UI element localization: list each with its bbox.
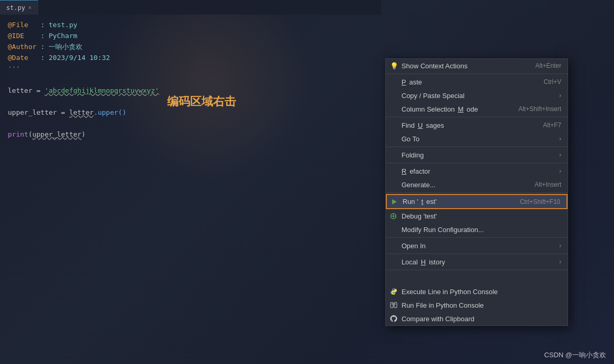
code-line-3: @Author : 一响小贪欢 <box>8 42 381 53</box>
menu-item-run-file[interactable]: Execute Line in Python Console <box>386 285 568 298</box>
separator-1 <box>386 74 568 74</box>
code-line-5: ''' <box>8 64 381 75</box>
menu-item-find-usages[interactable]: Find Usages Alt+F7 <box>386 118 568 132</box>
submenu-arrow: › <box>559 242 561 249</box>
menu-item-paste[interactable]: Paste Ctrl+V <box>386 75 568 89</box>
svg-marker-0 <box>392 199 397 204</box>
meta-key: @File <box>8 20 28 31</box>
file-tab[interactable]: st.py × <box>0 0 38 15</box>
code-line-10 <box>8 118 381 129</box>
code-line-4: @Date : 2023/9/14 10:32 <box>8 53 381 64</box>
separator-4 <box>386 163 568 163</box>
menu-item-show-context-actions[interactable]: 💡 Show Context Actions Alt+Enter <box>386 59 568 72</box>
github-icon <box>390 315 397 322</box>
context-menu: 💡 Show Context Actions Alt+Enter Paste C… <box>385 58 568 326</box>
separator-6 <box>386 237 568 238</box>
submenu-arrow: › <box>559 167 561 175</box>
menu-item-refactor[interactable]: Refactor › <box>386 164 568 178</box>
separator-7 <box>386 253 568 254</box>
meta-key: @Author <box>8 42 37 53</box>
menu-item-execute-line[interactable] <box>386 271 568 285</box>
submenu-arrow: › <box>559 135 561 142</box>
menu-item-go-to[interactable]: Go To › <box>386 132 568 145</box>
menu-item-folding[interactable]: Folding › <box>386 148 568 162</box>
python-icon <box>390 288 397 295</box>
run-icon <box>391 199 397 205</box>
annotation-label: 编码区域右击 <box>167 94 236 110</box>
meta-key: @IDE <box>8 31 24 42</box>
lightbulb-icon: 💡 <box>390 62 398 70</box>
separator-5 <box>386 192 568 193</box>
code-line-11: print(upper_letter) <box>8 129 381 140</box>
separator-2 <box>386 117 568 117</box>
menu-item-generate[interactable]: Generate... Alt+Insert <box>386 178 568 191</box>
svg-rect-6 <box>391 302 393 308</box>
menu-item-local-history[interactable]: Local History › <box>386 255 568 269</box>
menu-item-compare-clipboard[interactable]: Run File in Python Console <box>386 298 568 312</box>
code-line-6 <box>8 75 381 86</box>
meta-key: @Date <box>8 53 28 64</box>
menu-item-create-gist[interactable]: Compare with Clipboard <box>386 312 568 325</box>
tab-filename: st.py <box>6 4 25 11</box>
debug-icon <box>390 213 397 220</box>
compare-icon <box>390 301 397 309</box>
separator-3 <box>386 147 568 147</box>
menu-item-modify-run[interactable]: Modify Run Configuration... <box>386 223 568 236</box>
separator-8 <box>386 270 568 270</box>
editor-area: st.py × @File : test.py @IDE : PyCharm @… <box>0 0 614 364</box>
svg-rect-7 <box>394 302 397 308</box>
submenu-arrow: › <box>559 151 561 159</box>
submenu-arrow: › <box>559 92 561 99</box>
menu-item-column-selection[interactable]: Column Selection Mode Alt+Shift+Insert <box>386 102 568 116</box>
tab-close-button[interactable]: × <box>28 5 31 10</box>
submenu-arrow: › <box>559 258 561 265</box>
menu-item-run[interactable]: Run 'test' Ctrl+Shift+F10 <box>386 194 568 209</box>
watermark: CSDN @一响小贪欢 <box>544 350 606 360</box>
tab-bar: st.py × <box>0 0 381 15</box>
code-line-2: @IDE : PyCharm <box>8 31 381 42</box>
menu-item-debug[interactable]: Debug 'test' <box>386 209 568 223</box>
svg-point-2 <box>393 215 395 217</box>
code-editor[interactable]: @File : test.py @IDE : PyCharm @Author :… <box>0 15 381 145</box>
menu-item-open-in[interactable]: Open In › <box>386 239 568 252</box>
menu-item-copy-paste-special[interactable]: Copy / Paste Special › <box>386 89 568 102</box>
code-line-1: @File : test.py <box>8 20 381 31</box>
